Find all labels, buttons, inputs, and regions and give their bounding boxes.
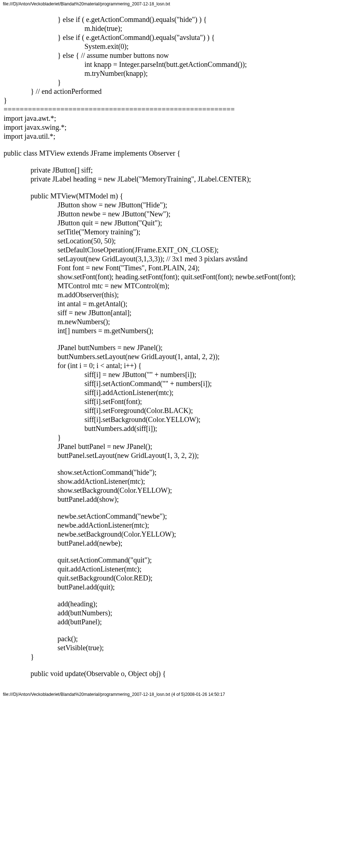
code-line: buttPanel.add(show);: [4, 495, 341, 504]
file-path-header: file:///D|/Anton/Veckobladeriet/Blandat%…: [0, 0, 345, 8]
code-line: show.setBackground(Color.YELLOW);: [4, 486, 341, 495]
code-line: m.newNumbers();: [4, 317, 341, 326]
code-line: add(buttPanel);: [4, 617, 341, 626]
code-line: siff[i].setBackground(Color.YELLOW);: [4, 415, 341, 424]
code-line: quit.setBackground(Color.RED);: [4, 574, 341, 583]
code-line: public MTView(MTModel m) {: [4, 192, 341, 201]
code-line: }: [4, 433, 341, 442]
code-line: Font font = new Font("Times", Font.PLAIN…: [4, 263, 341, 272]
code-line: System.exit(0);: [4, 42, 341, 51]
code-line: buttPanel.add(quit);: [4, 583, 341, 592]
code-line: siff[i].setFont(font);: [4, 397, 341, 406]
code-line: buttNumbers.setLayout(new GridLayout(1, …: [4, 352, 341, 361]
code-line: setTitle("Memory training");: [4, 228, 341, 236]
code-line: int knapp = Integer.parseInt(butt.getAct…: [4, 60, 341, 69]
code-line: m.tryNumber(knapp);: [4, 69, 341, 78]
code-line: siff[i] = new JButton("" + numbers[i]);: [4, 370, 341, 379]
code-line: private JLabel heading = new JLabel("Mem…: [4, 175, 341, 184]
code-line: add(heading);: [4, 600, 341, 608]
code-line: buttPanel.setLayout(new GridLayout(1, 3,…: [4, 451, 341, 460]
code-line: } // end actionPerformed: [4, 87, 341, 96]
code-line: JButton quit = new JButton("Quit");: [4, 219, 341, 228]
code-line: m.addObserver(this);: [4, 290, 341, 299]
code-line: }: [4, 652, 341, 661]
file-path-footer: file:///D|/Anton/Veckobladeriet/Blandat%…: [0, 690, 345, 698]
code-line: add(buttNumbers);: [4, 608, 341, 617]
code-line: public void update(Observable o, Object …: [4, 669, 341, 678]
code-line: siff[i].addActionListener(mtc);: [4, 388, 341, 397]
code-line: buttNumbers.add(siff[i]);: [4, 424, 341, 433]
code-line: } else if ( e.getActionCommand().equals(…: [4, 33, 341, 42]
code-line: newbe.setActionCommand("newbe");: [4, 512, 341, 521]
code-line: MTControl mtc = new MTControl(m);: [4, 281, 341, 290]
code-line: setVisible(true);: [4, 643, 341, 652]
code-line: show.setActionCommand("hide");: [4, 468, 341, 477]
code-line: import javax.swing.*;: [4, 123, 341, 132]
code-line: } else if ( e.getActionCommand().equals(…: [4, 15, 341, 24]
code-line: JButton newbe = new JButton("New");: [4, 210, 341, 219]
code-line: pack();: [4, 634, 341, 643]
code-line: buttPanel.add(newbe);: [4, 539, 341, 548]
code-line: quit.addActionListener(mtc);: [4, 565, 341, 574]
code-line: JPanel buttPanel = new JPanel();: [4, 442, 341, 451]
code-line: } else { // assume number buttons now: [4, 51, 341, 60]
code-line: siff[i].setForeground(Color.BLACK);: [4, 406, 341, 415]
code-content: } else if ( e.getActionCommand().equals(…: [0, 8, 345, 690]
code-line: for (int i = 0; i < antal; i++) {: [4, 361, 341, 370]
code-line: private JButton[] siff;: [4, 166, 341, 175]
code-line: newbe.addActionListener(mtc);: [4, 521, 341, 530]
code-line: }: [4, 96, 341, 105]
code-line: setLocation(50, 50);: [4, 236, 341, 245]
code-line: show.setFont(font); heading.setFont(font…: [4, 272, 341, 281]
code-line: setDefaultCloseOperation(JFrame.EXIT_ON_…: [4, 245, 341, 254]
code-line: m.hide(true);: [4, 24, 341, 33]
code-line: show.addActionListener(mtc);: [4, 477, 341, 486]
code-line: import java.awt.*;: [4, 114, 341, 123]
code-line: int antal = m.getAntal();: [4, 299, 341, 308]
code-line: }: [4, 78, 341, 87]
code-line: ========================================…: [4, 105, 341, 114]
code-line: JButton show = new JButton("Hide");: [4, 201, 341, 210]
code-line: int[] numbers = m.getNumbers();: [4, 326, 341, 335]
code-line: setLayout(new GridLayout(3,1,3,3)); // 3…: [4, 254, 341, 263]
code-line: siff[i].setActionCommand("" + numbers[i]…: [4, 379, 341, 388]
code-line: siff = new JButton[antal];: [4, 308, 341, 317]
code-line: newbe.setBackground(Color.YELLOW);: [4, 530, 341, 539]
code-line: public class MTView extends JFrame imple…: [4, 149, 341, 158]
code-line: import java.util.*;: [4, 132, 341, 141]
code-line: quit.setActionCommand("quit");: [4, 556, 341, 565]
code-line: JPanel buttNumbers = new JPanel();: [4, 343, 341, 352]
